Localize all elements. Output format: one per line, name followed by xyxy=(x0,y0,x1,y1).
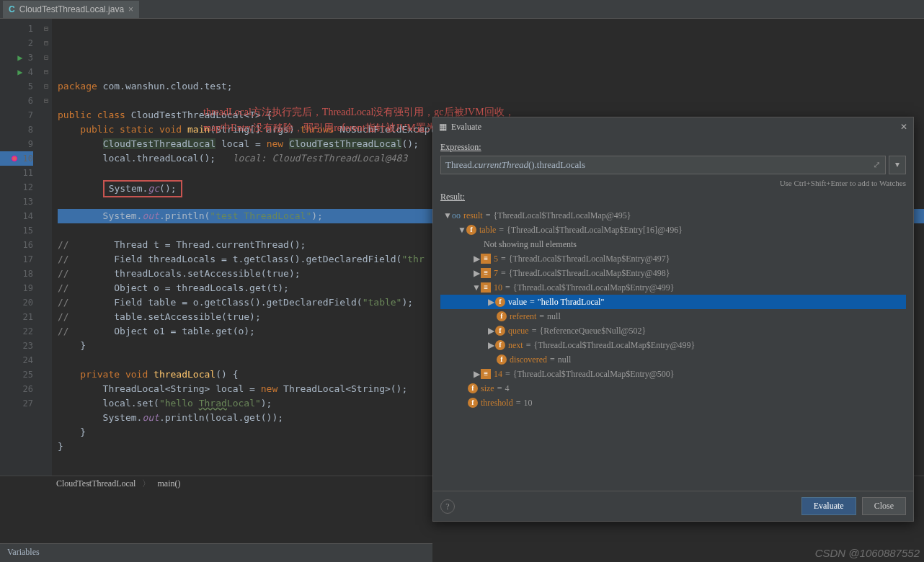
tree-idx-10[interactable]: ▼≡10={ThreadLocal$ThreadLocalMap$Entry@4… xyxy=(440,280,906,295)
fold-gutter: ⊟⊟⊟⊟⊟⊟ xyxy=(40,19,52,476)
tree-result[interactable]: ▼ooresult={ThreadLocal$ThreadLocalMap@49… xyxy=(440,208,906,223)
result-label: Result: xyxy=(440,192,906,202)
dialog-title: Evaluate xyxy=(451,122,481,133)
tree-value[interactable]: ▶fvalue="hello ThradLocal" xyxy=(440,295,906,309)
evaluate-button[interactable]: Evaluate xyxy=(801,497,856,515)
tree-idx-14[interactable]: ▶≡14={ThreadLocal$ThreadLocalMap$Entry@5… xyxy=(440,367,906,381)
variables-label: Variables xyxy=(7,547,40,557)
chevron-icon: 〉 xyxy=(142,478,151,489)
file-tab[interactable]: C CloudTestThreadLocal.java × xyxy=(3,1,139,18)
tree-referent[interactable]: freferent=null xyxy=(440,309,906,324)
watermark: CSDN @1060887552 xyxy=(815,547,920,559)
expression-label: Expression: xyxy=(440,142,906,153)
java-class-icon: C xyxy=(9,4,15,14)
expression-history-dropdown[interactable]: ▾ xyxy=(889,156,906,174)
help-icon[interactable]: ? xyxy=(440,499,455,514)
variables-panel[interactable]: Variables xyxy=(0,543,432,562)
dialog-titlebar[interactable]: ▦ Evaluate ✕ xyxy=(433,117,913,136)
dialog-icon: ▦ xyxy=(439,122,447,133)
tree-idx-7[interactable]: ▶≡7={ThreadLocal$ThreadLocalMap$Entry@49… xyxy=(440,266,906,280)
hint-text: Use Ctrl+Shift+Enter to add to Watches xyxy=(440,177,906,189)
close-button[interactable]: Close xyxy=(862,497,906,515)
tree-discovered[interactable]: fdiscovered=null xyxy=(440,352,906,367)
line-number-gutter: 1 2▶ 3▶ 4 5 6 7 8 9 10 11 12 13 14 15 16… xyxy=(0,19,40,476)
tree-size[interactable]: fsize=4 xyxy=(440,381,906,396)
tab-filename: CloudTestThreadLocal.java xyxy=(19,4,124,14)
tree-threshold[interactable]: fthreshold=10 xyxy=(440,396,906,410)
tree-null-msg: Not showing null elements xyxy=(440,237,906,251)
tree-queue[interactable]: ▶fqueue={ReferenceQueue$Null@502} xyxy=(440,324,906,338)
breadcrumb-class[interactable]: CloudTestThreadLocal xyxy=(56,478,136,489)
result-tree[interactable]: ▼ooresult={ThreadLocal$ThreadLocalMap@49… xyxy=(440,205,906,485)
tree-next[interactable]: ▶fnext={ThreadLocal$ThreadLocalMap$Entry… xyxy=(440,338,906,352)
breadcrumb-method[interactable]: main() xyxy=(157,478,180,489)
evaluate-dialog: ▦ Evaluate ✕ Expression: Thread.currentT… xyxy=(432,117,914,522)
tab-bar: C CloudTestThreadLocal.java × xyxy=(0,0,924,19)
close-icon[interactable]: ✕ xyxy=(900,122,907,133)
expression-input[interactable]: Thread.currentThread().threadLocals⤢ xyxy=(440,156,886,174)
tree-table[interactable]: ▼ftable={ThreadLocal$ThreadLocalMap$Entr… xyxy=(440,223,906,237)
tree-idx-5[interactable]: ▶≡5={ThreadLocal$ThreadLocalMap$Entry@49… xyxy=(440,251,906,266)
close-tab-icon[interactable]: × xyxy=(128,4,133,14)
